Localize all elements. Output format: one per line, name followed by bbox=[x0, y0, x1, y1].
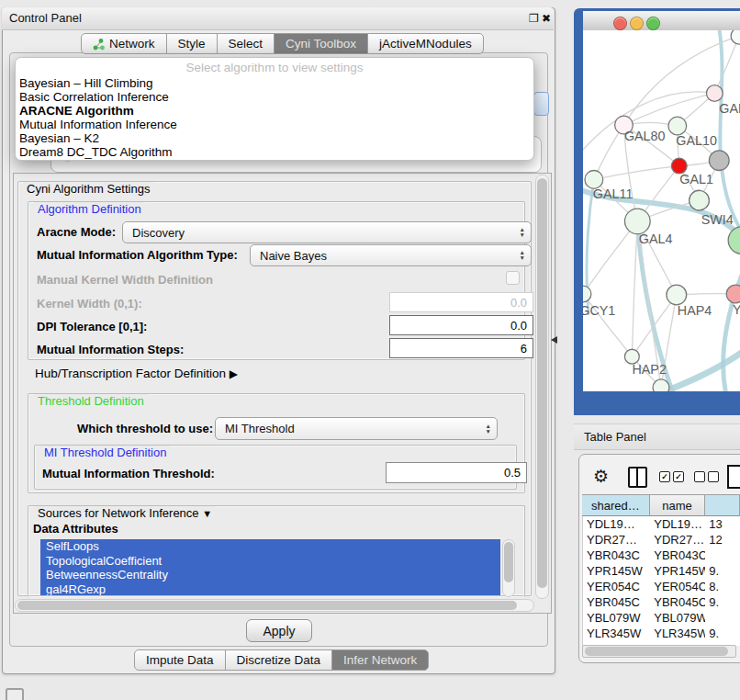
columns-icon[interactable] bbox=[628, 467, 647, 488]
attribute-item[interactable]: SelfLoops bbox=[40, 539, 500, 554]
network-edge[interactable] bbox=[632, 221, 637, 356]
combo-stepper-button[interactable] bbox=[533, 92, 549, 116]
zoom-traffic-light[interactable] bbox=[646, 17, 660, 30]
settings-hscrollbar-thumb[interactable] bbox=[17, 601, 517, 610]
node-top-partial[interactable] bbox=[731, 30, 740, 44]
column-header[interactable] bbox=[705, 494, 740, 516]
attribute-item[interactable]: BetweennessCentrality bbox=[40, 568, 500, 582]
close-window-icon[interactable]: ✖ bbox=[542, 12, 551, 25]
sources-group-label: Sources for Network Inference bbox=[38, 506, 199, 520]
node-table-rows: YDL19…YDL19…13YDR27…YDR27…12YBR043CYBR04… bbox=[582, 516, 740, 646]
mi-steps-field[interactable]: 6 bbox=[389, 338, 533, 358]
select-all-icon[interactable]: ✓ bbox=[659, 471, 670, 482]
settings-vscrollbar-thumb[interactable] bbox=[537, 178, 547, 588]
tab-discretize-data[interactable]: Discretize Data bbox=[225, 649, 333, 671]
splitter-arrow-icon[interactable] bbox=[551, 336, 557, 344]
algorithm-option[interactable]: Mutual Information Inference bbox=[19, 119, 530, 132]
which-threshold-select[interactable]: MI Threshold ▲▼ bbox=[215, 417, 498, 440]
table-row[interactable]: YER054CYER054C8. bbox=[583, 579, 740, 594]
column-header[interactable]: name bbox=[650, 494, 705, 516]
table-row[interactable]: YBL079WYBL079W bbox=[583, 610, 740, 626]
table-row[interactable]: YBR045CYBR045C9. bbox=[583, 594, 740, 610]
node-bottom[interactable] bbox=[653, 379, 669, 391]
kernel-width-field[interactable]: 0.0 bbox=[389, 292, 533, 312]
node-salmon[interactable] bbox=[726, 285, 740, 303]
manual-kernel-width-checkbox[interactable] bbox=[506, 271, 520, 285]
table-row[interactable]: YLR345WYLR345W9. bbox=[583, 626, 740, 641]
tab-infer-network[interactable]: Infer Network bbox=[331, 649, 429, 671]
node-gal4[interactable] bbox=[624, 209, 650, 234]
tab-cyni-toolbox[interactable]: Cyni Toolbox bbox=[274, 33, 368, 54]
table-hscrollbar-thumb[interactable] bbox=[585, 647, 728, 656]
data-attributes-list[interactable]: SelfLoopsTopologicalCoefficientBetweenne… bbox=[40, 539, 500, 595]
algorithm-option[interactable]: Bayesian – Hill Climbing bbox=[19, 77, 530, 91]
mi-threshold-field[interactable]: 0.5 bbox=[386, 462, 527, 483]
dpi-tolerance-field[interactable]: 0.0 bbox=[389, 315, 533, 335]
deselect-all-icon[interactable] bbox=[694, 471, 705, 482]
network-edge[interactable] bbox=[719, 30, 740, 240]
network-edge[interactable] bbox=[594, 166, 679, 180]
node-gray[interactable] bbox=[709, 151, 729, 171]
network-edge[interactable] bbox=[623, 93, 714, 125]
tab-impute-data[interactable]: Impute Data bbox=[134, 649, 226, 671]
table-cell: YPR145W bbox=[650, 563, 705, 579]
tab-jactivemnodules[interactable]: jActiveMNodules bbox=[367, 33, 484, 54]
minimize-traffic-light[interactable] bbox=[630, 17, 644, 30]
table-row[interactable]: YPR145WYPR145W9. bbox=[583, 563, 740, 579]
table-hscrollbar[interactable] bbox=[582, 645, 736, 658]
control-panel-titlebar[interactable] bbox=[2, 7, 554, 30]
table-cell: YBR043C bbox=[650, 548, 705, 563]
settings-vscrollbar[interactable] bbox=[535, 175, 549, 599]
tab-label: jActiveMNodules bbox=[379, 37, 472, 51]
manual-kernel-width-label: Manual Kernel Width Definition bbox=[37, 273, 213, 287]
tab-label: Cyni Toolbox bbox=[286, 37, 356, 51]
gear-icon[interactable]: ⚙ bbox=[593, 466, 609, 487]
node-label: GAL bbox=[719, 101, 740, 116]
file-icon[interactable] bbox=[727, 465, 740, 489]
float-window-icon[interactable]: ❐ bbox=[529, 12, 539, 25]
node-gcy1[interactable] bbox=[583, 286, 591, 302]
algorithm-option[interactable]: Bayesian – K2 bbox=[19, 132, 530, 146]
attribute-item[interactable]: gal4RGexp bbox=[40, 582, 500, 596]
tab-select[interactable]: Select bbox=[217, 33, 275, 54]
node-table-header: shared…name bbox=[582, 494, 740, 516]
table-row[interactable]: YDL19…YDL19…13 bbox=[583, 516, 740, 532]
network-edge[interactable] bbox=[632, 295, 676, 356]
deselect-all-icon[interactable] bbox=[708, 471, 719, 482]
settings-hscrollbar[interactable] bbox=[15, 599, 534, 612]
table-panel-header[interactable]: Table Panel bbox=[574, 423, 740, 450]
close-traffic-light[interactable] bbox=[613, 17, 627, 30]
network-edge[interactable] bbox=[583, 221, 637, 294]
algorithm-option[interactable]: ARACNE Algorithm bbox=[19, 105, 530, 119]
table-cell: YDL19… bbox=[650, 516, 705, 532]
aracne-mode-select[interactable]: Discovery ▲▼ bbox=[122, 221, 532, 243]
network-canvas[interactable]: GALGAL80GAL10GAL1GAL11SWI4GAL4GCY1HAP4YH… bbox=[583, 30, 740, 391]
network-edge[interactable] bbox=[723, 259, 740, 391]
table-row[interactable]: YBR043CYBR043C bbox=[583, 548, 740, 563]
tab-style[interactable]: Style bbox=[166, 33, 218, 54]
hub-factor-expander[interactable]: Hub/Transcription Factor Definition ▶ bbox=[35, 367, 238, 380]
table-cell: 9. bbox=[705, 626, 740, 641]
expander-expanded-icon[interactable]: ▼ bbox=[202, 508, 212, 519]
node-swi4[interactable] bbox=[690, 190, 710, 210]
algorithm-option[interactable]: Dream8 DC_TDC Algorithm bbox=[19, 146, 530, 160]
tab-network[interactable]: Network bbox=[81, 33, 167, 54]
attributes-scrollbar-thumb[interactable] bbox=[504, 542, 513, 582]
node-hap4[interactable] bbox=[667, 285, 687, 305]
apply-button[interactable]: Apply bbox=[246, 619, 312, 642]
tab-label: Style bbox=[178, 37, 206, 51]
node-pink-top[interactable] bbox=[706, 85, 723, 102]
select-all-icon[interactable]: ✓ bbox=[673, 471, 684, 482]
network-window-titlebar[interactable] bbox=[583, 11, 740, 31]
attribute-item[interactable]: TopologicalCoefficient bbox=[40, 554, 500, 569]
column-header[interactable]: shared… bbox=[582, 494, 650, 516]
algorithm-option[interactable]: Basic Correlation Inference bbox=[19, 91, 530, 105]
corner-grip-icon[interactable] bbox=[6, 688, 24, 700]
table-row[interactable]: YDR27…YDR27…12 bbox=[583, 532, 740, 548]
table-cell: 12 bbox=[705, 532, 740, 548]
attributes-scrollbar[interactable] bbox=[502, 539, 515, 597]
node-label: Y bbox=[733, 302, 740, 317]
mi-algorithm-type-select[interactable]: Naive Bayes ▲▼ bbox=[250, 244, 532, 266]
node-big-green[interactable] bbox=[728, 227, 740, 254]
node-label: GAL11 bbox=[593, 186, 633, 201]
